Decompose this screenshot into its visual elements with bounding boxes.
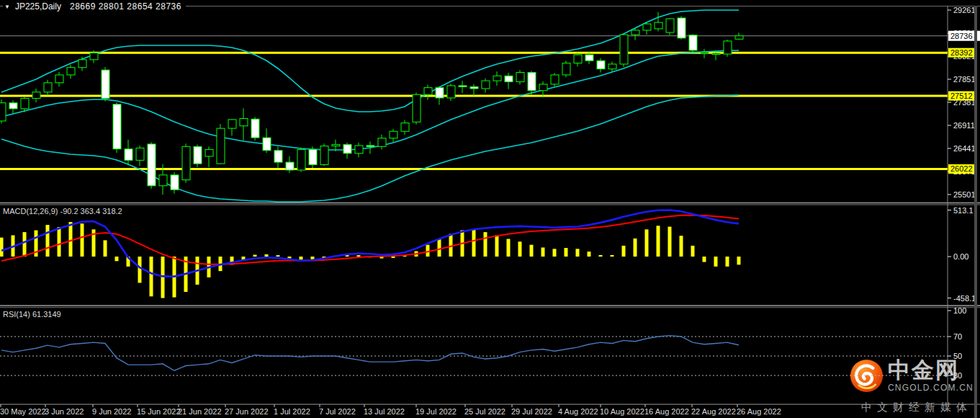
svg-text:30 May 2022: 30 May 2022 [0,407,46,416]
svg-text:50: 50 [953,352,962,360]
svg-text:26 Aug 2022: 26 Aug 2022 [737,407,781,416]
svg-text:27 Jun 2022: 27 Jun 2022 [225,407,269,416]
svg-text:28392: 28392 [950,48,973,57]
svg-text:28736: 28736 [950,32,973,40]
svg-text:29261: 29261 [953,6,976,14]
svg-text:9 Jun 2022: 9 Jun 2022 [92,407,131,416]
chart-canvas[interactable]: 2926128791283212785127381269112644125971… [0,0,980,418]
svg-text:7 Jul 2022: 7 Jul 2022 [319,407,356,416]
symbol-period-label: JP225,Daily [15,1,61,12]
svg-text:13 Jul 2022: 13 Jul 2022 [364,407,405,416]
svg-text:27851: 27851 [953,75,976,84]
svg-text:70: 70 [953,332,962,341]
svg-text:0.00: 0.00 [953,252,968,261]
chart-header: ▼ JP225,Daily 28669 28801 28654 28736 [3,1,186,12]
svg-text:100: 100 [953,306,966,315]
svg-text:27512: 27512 [950,92,973,100]
svg-text:-458.1: -458.1 [953,294,976,303]
svg-text:26911: 26911 [953,121,975,130]
window-scrollbar[interactable] [974,6,977,418]
rsi-indicator-label: RSI(14) 61.3149 [3,310,61,319]
svg-text:1 Jul 2022: 1 Jul 2022 [274,407,310,416]
svg-text:25501: 25501 [953,190,976,199]
svg-text:21 Jun 2022: 21 Jun 2022 [178,407,222,416]
svg-text:30: 30 [953,371,962,380]
chevron-down-icon[interactable]: ▼ [4,4,10,10]
svg-text:4 Aug 2022: 4 Aug 2022 [558,407,598,416]
svg-text:513.1: 513.1 [953,206,974,215]
svg-text:10 Aug 2022: 10 Aug 2022 [600,407,644,416]
svg-text:26022: 26022 [950,164,973,173]
svg-text:15 Jun 2022: 15 Jun 2022 [137,407,181,416]
svg-text:3 Jun 2022: 3 Jun 2022 [45,407,84,416]
svg-text:29 Jul 2022: 29 Jul 2022 [511,407,552,416]
svg-text:26441: 26441 [953,144,976,153]
macd-indicator-label: MACD(12,26,9) -90.2 363.4 318.2 [3,207,122,215]
svg-text:25 Jul 2022: 25 Jul 2022 [464,407,505,416]
svg-text:22 Aug 2022: 22 Aug 2022 [691,407,736,416]
ohlc-values: 28669 28801 28654 28736 [70,1,181,12]
svg-text:16 Aug 2022: 16 Aug 2022 [644,407,689,416]
mt4-chart-window: { "header": { "dropdown_glyph": "▼", "sy… [0,0,980,418]
svg-text:19 Jul 2022: 19 Jul 2022 [415,407,457,416]
